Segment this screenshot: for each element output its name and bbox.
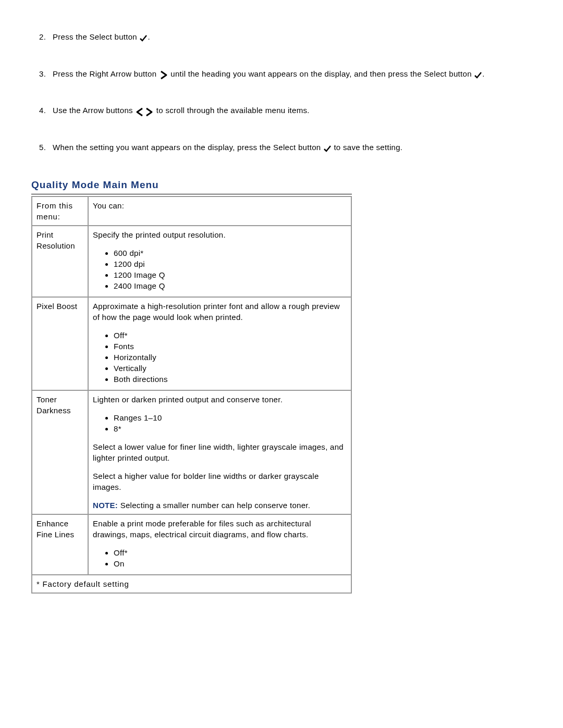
table-row: Pixel Boost Approximate a high-resolutio… (32, 297, 351, 390)
option-item: Both directions (114, 374, 347, 385)
option-item: 1200 dpi (114, 258, 347, 269)
row-note: NOTE: Selecting a smaller number can hel… (93, 500, 347, 511)
step-5: 5. When the setting you want appears on … (31, 142, 532, 154)
row-label: Pixel Boost (32, 297, 88, 390)
option-item: On (114, 558, 347, 569)
row-content: Lighten or darken printed output and con… (88, 390, 351, 514)
table-row: Enhance Fine Lines Enable a print mode p… (32, 514, 351, 575)
step-4: 4. Use the Arrow buttons to scroll throu… (31, 105, 532, 117)
option-list: Ranges 1–10 8* (93, 412, 347, 434)
step-3: 3. Press the Right Arrow button until th… (31, 68, 532, 80)
option-item: 1200 Image Q (114, 269, 347, 280)
row-content: Enable a print mode preferable for files… (88, 514, 351, 575)
header-right: You can: (88, 196, 351, 226)
checkmark-icon (323, 142, 332, 153)
option-item: Vertically (114, 363, 347, 374)
option-item: 8* (114, 423, 347, 434)
step-number: 3. (39, 68, 53, 80)
left-right-arrow-icon (135, 106, 154, 117)
option-item: Off* (114, 547, 347, 558)
option-list: Off* On (93, 547, 347, 569)
option-list: Off* Fonts Horizontally Vertically Both … (93, 330, 347, 385)
table-header-row: From this menu: You can: (32, 196, 351, 226)
step-2: 2. Press the Select button . (31, 31, 532, 43)
option-item: Off* (114, 330, 347, 341)
row-paragraph: Select a lower value for finer line widt… (93, 441, 347, 463)
step-content: Use the Arrow buttons to scroll through … (53, 105, 532, 117)
note-label: NOTE: (93, 501, 120, 510)
right-arrow-icon (159, 69, 168, 80)
step-content: Press the Right Arrow button until the h… (53, 68, 532, 80)
option-item: 600 dpi* (114, 248, 347, 258)
checkmark-icon (474, 69, 482, 80)
option-item: Horizontally (114, 352, 347, 363)
step-number: 5. (39, 142, 53, 154)
step-content: Press the Select button . (53, 31, 532, 43)
row-label: Enhance Fine Lines (32, 514, 88, 575)
step-number: 4. (39, 105, 53, 117)
option-list: 600 dpi* 1200 dpi 1200 Image Q 2400 Imag… (93, 248, 347, 291)
section-heading: Quality Mode Main Menu (31, 178, 352, 194)
option-item: Fonts (114, 341, 347, 352)
step-number: 2. (39, 31, 53, 43)
row-label: Toner Darkness (32, 390, 88, 514)
row-content: Approximate a high-resolution printer fo… (88, 297, 351, 390)
option-item: 2400 Image Q (114, 280, 347, 291)
header-left: From this menu: (32, 196, 88, 226)
quality-mode-table: From this menu: You can: Print Resolutio… (31, 196, 352, 594)
option-item: Ranges 1–10 (114, 412, 347, 423)
checkmark-icon (139, 32, 148, 43)
table-footer-row: * Factory default setting (32, 575, 351, 593)
step-content: When the setting you want appears on the… (53, 142, 532, 154)
row-content: Specify the printed output resolution. 6… (88, 226, 351, 297)
table-row: Toner Darkness Lighten or darken printed… (32, 390, 351, 514)
table-row: Print Resolution Specify the printed out… (32, 226, 351, 297)
row-paragraph: Select a higher value for bolder line wi… (93, 471, 347, 492)
footer-note: * Factory default setting (32, 575, 351, 593)
instruction-steps: 2. Press the Select button . 3. Press th… (31, 31, 532, 153)
row-label: Print Resolution (32, 226, 88, 297)
